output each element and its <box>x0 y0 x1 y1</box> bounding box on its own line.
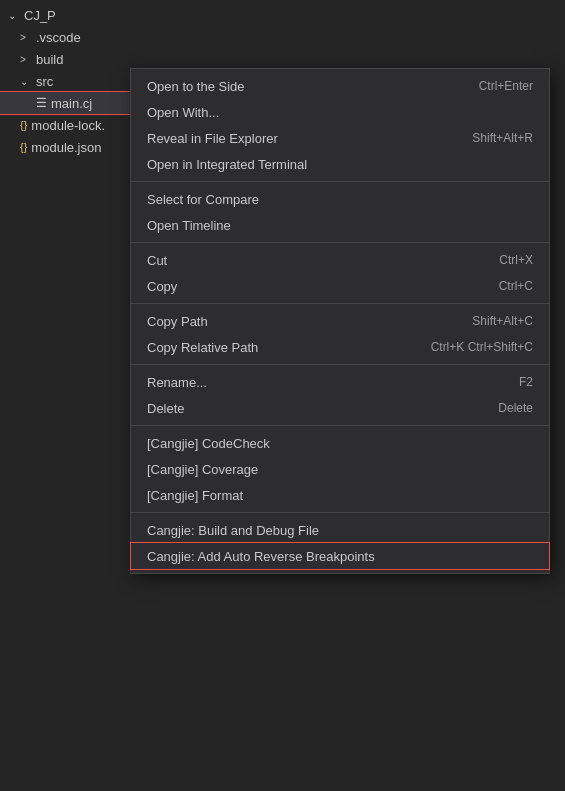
menu-label-cut: Cut <box>147 253 483 268</box>
menu-item-rename[interactable]: Rename...F2 <box>131 369 549 395</box>
menu-label-cangjie-breakpoints: Cangjie: Add Auto Reverse Breakpoints <box>147 549 533 564</box>
menu-label-open-side: Open to the Side <box>147 79 463 94</box>
menu-label-open-terminal: Open in Integrated Terminal <box>147 157 533 172</box>
menu-label-reveal-explorer: Reveal in File Explorer <box>147 131 456 146</box>
root-label: CJ_P <box>24 8 56 23</box>
menu-item-open-terminal[interactable]: Open in Integrated Terminal <box>131 151 549 177</box>
menu-item-cut[interactable]: CutCtrl+X <box>131 247 549 273</box>
menu-separator <box>131 303 549 304</box>
tree-item-main-cj[interactable]: ☰ main.cj <box>0 92 140 114</box>
main-cj-label: main.cj <box>51 96 92 111</box>
menu-item-open-timeline[interactable]: Open Timeline <box>131 212 549 238</box>
menu-separator <box>131 425 549 426</box>
vscode-arrow: > <box>20 32 36 43</box>
module-lock-label: module-lock. <box>31 118 105 133</box>
tree-item-module-json[interactable]: {} module.json <box>0 136 140 158</box>
build-arrow: > <box>20 54 36 65</box>
menu-shortcut-copy-path: Shift+Alt+C <box>472 314 533 328</box>
menu-separator <box>131 181 549 182</box>
menu-item-copy-path[interactable]: Copy PathShift+Alt+C <box>131 308 549 334</box>
menu-label-cangjie-codecheck: [Cangjie] CodeCheck <box>147 436 533 451</box>
module-json-label: module.json <box>31 140 101 155</box>
menu-label-copy: Copy <box>147 279 483 294</box>
menu-label-cangjie-format: [Cangjie] Format <box>147 488 533 503</box>
menu-separator <box>131 512 549 513</box>
menu-item-select-compare[interactable]: Select for Compare <box>131 186 549 212</box>
file-tree: ⌄ CJ_P > .vscode > build ⌄ src ☰ main.cj… <box>0 0 140 158</box>
menu-item-copy-relative-path[interactable]: Copy Relative PathCtrl+K Ctrl+Shift+C <box>131 334 549 360</box>
context-menu: Open to the SideCtrl+EnterOpen With...Re… <box>130 68 550 574</box>
menu-label-open-with: Open With... <box>147 105 533 120</box>
menu-label-delete: Delete <box>147 401 482 416</box>
tree-item-module-lock[interactable]: {} module-lock. <box>0 114 140 136</box>
menu-label-rename: Rename... <box>147 375 503 390</box>
menu-shortcut-cut: Ctrl+X <box>499 253 533 267</box>
file-icon: ☰ <box>36 96 47 110</box>
json-icon: {} <box>20 119 27 131</box>
menu-separator <box>131 242 549 243</box>
menu-label-cangjie-coverage: [Cangjie] Coverage <box>147 462 533 477</box>
menu-item-open-side[interactable]: Open to the SideCtrl+Enter <box>131 73 549 99</box>
menu-separator <box>131 364 549 365</box>
menu-item-copy[interactable]: CopyCtrl+C <box>131 273 549 299</box>
menu-label-select-compare: Select for Compare <box>147 192 533 207</box>
menu-item-cangjie-breakpoints[interactable]: Cangjie: Add Auto Reverse Breakpoints <box>131 543 549 569</box>
root-arrow: ⌄ <box>8 10 24 21</box>
vscode-label: .vscode <box>36 30 81 45</box>
menu-shortcut-copy-relative-path: Ctrl+K Ctrl+Shift+C <box>431 340 533 354</box>
build-label: build <box>36 52 63 67</box>
menu-label-copy-path: Copy Path <box>147 314 456 329</box>
menu-item-cangjie-build-debug[interactable]: Cangjie: Build and Debug File <box>131 517 549 543</box>
menu-item-cangjie-coverage[interactable]: [Cangjie] Coverage <box>131 456 549 482</box>
menu-shortcut-reveal-explorer: Shift+Alt+R <box>472 131 533 145</box>
menu-shortcut-rename: F2 <box>519 375 533 389</box>
tree-item-vscode[interactable]: > .vscode <box>0 26 140 48</box>
menu-item-delete[interactable]: DeleteDelete <box>131 395 549 421</box>
tree-item-src[interactable]: ⌄ src <box>0 70 140 92</box>
menu-shortcut-copy: Ctrl+C <box>499 279 533 293</box>
menu-item-cangjie-codecheck[interactable]: [Cangjie] CodeCheck <box>131 430 549 456</box>
menu-item-cangjie-format[interactable]: [Cangjie] Format <box>131 482 549 508</box>
menu-label-open-timeline: Open Timeline <box>147 218 533 233</box>
tree-item-build[interactable]: > build <box>0 48 140 70</box>
json-icon2: {} <box>20 141 27 153</box>
menu-item-open-with[interactable]: Open With... <box>131 99 549 125</box>
src-arrow: ⌄ <box>20 76 36 87</box>
menu-shortcut-delete: Delete <box>498 401 533 415</box>
src-label: src <box>36 74 53 89</box>
tree-root[interactable]: ⌄ CJ_P <box>0 4 140 26</box>
menu-shortcut-open-side: Ctrl+Enter <box>479 79 533 93</box>
sidebar: ⌄ CJ_P > .vscode > build ⌄ src ☰ main.cj… <box>0 0 565 791</box>
menu-label-copy-relative-path: Copy Relative Path <box>147 340 415 355</box>
menu-label-cangjie-build-debug: Cangjie: Build and Debug File <box>147 523 533 538</box>
menu-item-reveal-explorer[interactable]: Reveal in File ExplorerShift+Alt+R <box>131 125 549 151</box>
